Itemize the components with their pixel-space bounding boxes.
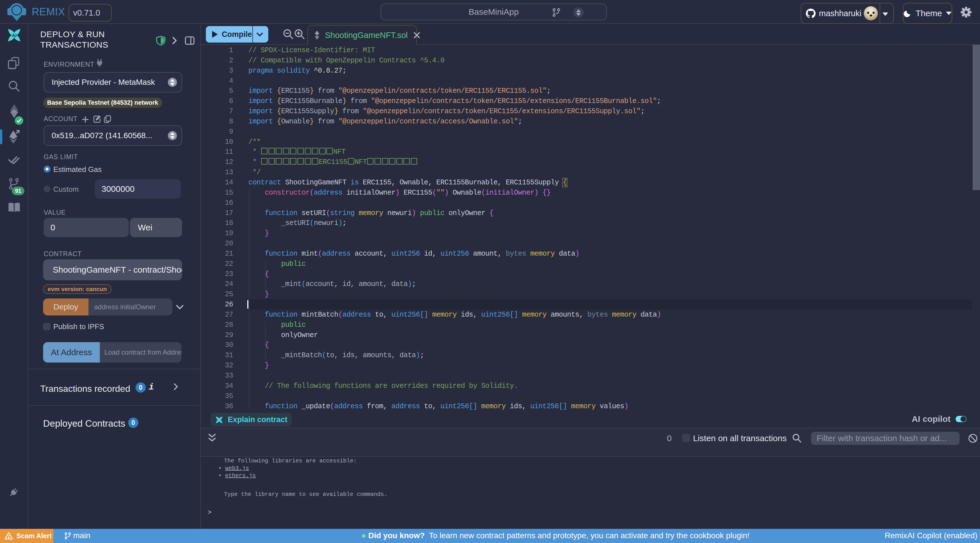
svg-text:AI: AI xyxy=(12,33,17,38)
